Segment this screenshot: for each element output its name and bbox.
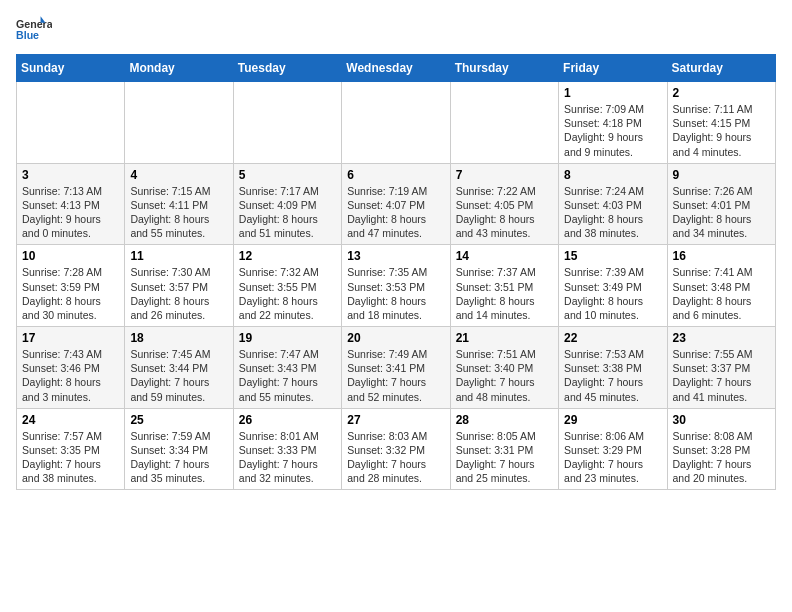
day-info: Sunrise: 7:22 AM Sunset: 4:05 PM Dayligh… [456, 184, 553, 241]
weekday-header-saturday: Saturday [667, 55, 775, 82]
calendar-cell: 15Sunrise: 7:39 AM Sunset: 3:49 PM Dayli… [559, 245, 667, 327]
day-info: Sunrise: 7:24 AM Sunset: 4:03 PM Dayligh… [564, 184, 661, 241]
day-info: Sunrise: 8:08 AM Sunset: 3:28 PM Dayligh… [673, 429, 770, 486]
day-number: 28 [456, 413, 553, 427]
day-info: Sunrise: 7:09 AM Sunset: 4:18 PM Dayligh… [564, 102, 661, 159]
calendar-cell: 14Sunrise: 7:37 AM Sunset: 3:51 PM Dayli… [450, 245, 558, 327]
page-header: GeneralBlue [16, 16, 776, 46]
calendar-cell: 2Sunrise: 7:11 AM Sunset: 4:15 PM Daylig… [667, 82, 775, 164]
svg-text:General: General [16, 18, 52, 30]
calendar-cell: 28Sunrise: 8:05 AM Sunset: 3:31 PM Dayli… [450, 408, 558, 490]
day-info: Sunrise: 7:32 AM Sunset: 3:55 PM Dayligh… [239, 265, 336, 322]
day-info: Sunrise: 7:43 AM Sunset: 3:46 PM Dayligh… [22, 347, 119, 404]
day-number: 20 [347, 331, 444, 345]
day-info: Sunrise: 7:41 AM Sunset: 3:48 PM Dayligh… [673, 265, 770, 322]
day-info: Sunrise: 7:53 AM Sunset: 3:38 PM Dayligh… [564, 347, 661, 404]
day-info: Sunrise: 7:17 AM Sunset: 4:09 PM Dayligh… [239, 184, 336, 241]
day-info: Sunrise: 7:59 AM Sunset: 3:34 PM Dayligh… [130, 429, 227, 486]
day-info: Sunrise: 7:45 AM Sunset: 3:44 PM Dayligh… [130, 347, 227, 404]
day-number: 19 [239, 331, 336, 345]
calendar-cell: 20Sunrise: 7:49 AM Sunset: 3:41 PM Dayli… [342, 327, 450, 409]
day-number: 17 [22, 331, 119, 345]
calendar-cell: 29Sunrise: 8:06 AM Sunset: 3:29 PM Dayli… [559, 408, 667, 490]
logo-icon: GeneralBlue [16, 16, 52, 46]
day-number: 30 [673, 413, 770, 427]
calendar-cell: 25Sunrise: 7:59 AM Sunset: 3:34 PM Dayli… [125, 408, 233, 490]
day-info: Sunrise: 7:26 AM Sunset: 4:01 PM Dayligh… [673, 184, 770, 241]
calendar-cell: 5Sunrise: 7:17 AM Sunset: 4:09 PM Daylig… [233, 163, 341, 245]
calendar-cell [342, 82, 450, 164]
day-info: Sunrise: 7:15 AM Sunset: 4:11 PM Dayligh… [130, 184, 227, 241]
calendar-cell: 30Sunrise: 8:08 AM Sunset: 3:28 PM Dayli… [667, 408, 775, 490]
calendar-cell: 21Sunrise: 7:51 AM Sunset: 3:40 PM Dayli… [450, 327, 558, 409]
calendar-week-row: 3Sunrise: 7:13 AM Sunset: 4:13 PM Daylig… [17, 163, 776, 245]
day-info: Sunrise: 7:13 AM Sunset: 4:13 PM Dayligh… [22, 184, 119, 241]
weekday-header-friday: Friday [559, 55, 667, 82]
svg-text:Blue: Blue [16, 29, 39, 41]
day-number: 29 [564, 413, 661, 427]
calendar-week-row: 17Sunrise: 7:43 AM Sunset: 3:46 PM Dayli… [17, 327, 776, 409]
day-number: 10 [22, 249, 119, 263]
weekday-header-tuesday: Tuesday [233, 55, 341, 82]
day-info: Sunrise: 7:39 AM Sunset: 3:49 PM Dayligh… [564, 265, 661, 322]
day-number: 8 [564, 168, 661, 182]
calendar-cell: 10Sunrise: 7:28 AM Sunset: 3:59 PM Dayli… [17, 245, 125, 327]
calendar-cell [17, 82, 125, 164]
logo: GeneralBlue [16, 16, 52, 46]
calendar-header-row: SundayMondayTuesdayWednesdayThursdayFrid… [17, 55, 776, 82]
day-info: Sunrise: 7:28 AM Sunset: 3:59 PM Dayligh… [22, 265, 119, 322]
weekday-header-sunday: Sunday [17, 55, 125, 82]
day-number: 14 [456, 249, 553, 263]
day-number: 15 [564, 249, 661, 263]
day-number: 1 [564, 86, 661, 100]
day-number: 18 [130, 331, 227, 345]
calendar-cell: 12Sunrise: 7:32 AM Sunset: 3:55 PM Dayli… [233, 245, 341, 327]
calendar-cell: 13Sunrise: 7:35 AM Sunset: 3:53 PM Dayli… [342, 245, 450, 327]
day-number: 25 [130, 413, 227, 427]
day-info: Sunrise: 7:47 AM Sunset: 3:43 PM Dayligh… [239, 347, 336, 404]
day-number: 23 [673, 331, 770, 345]
weekday-header-thursday: Thursday [450, 55, 558, 82]
day-number: 13 [347, 249, 444, 263]
day-number: 11 [130, 249, 227, 263]
day-info: Sunrise: 8:01 AM Sunset: 3:33 PM Dayligh… [239, 429, 336, 486]
calendar-cell [450, 82, 558, 164]
day-info: Sunrise: 8:06 AM Sunset: 3:29 PM Dayligh… [564, 429, 661, 486]
day-number: 12 [239, 249, 336, 263]
day-info: Sunrise: 7:57 AM Sunset: 3:35 PM Dayligh… [22, 429, 119, 486]
day-number: 27 [347, 413, 444, 427]
day-info: Sunrise: 7:49 AM Sunset: 3:41 PM Dayligh… [347, 347, 444, 404]
calendar-cell: 8Sunrise: 7:24 AM Sunset: 4:03 PM Daylig… [559, 163, 667, 245]
calendar-cell [233, 82, 341, 164]
calendar-cell: 23Sunrise: 7:55 AM Sunset: 3:37 PM Dayli… [667, 327, 775, 409]
day-number: 3 [22, 168, 119, 182]
day-number: 5 [239, 168, 336, 182]
weekday-header-monday: Monday [125, 55, 233, 82]
calendar-cell: 11Sunrise: 7:30 AM Sunset: 3:57 PM Dayli… [125, 245, 233, 327]
calendar-week-row: 24Sunrise: 7:57 AM Sunset: 3:35 PM Dayli… [17, 408, 776, 490]
day-info: Sunrise: 8:05 AM Sunset: 3:31 PM Dayligh… [456, 429, 553, 486]
day-number: 24 [22, 413, 119, 427]
day-number: 9 [673, 168, 770, 182]
calendar-table: SundayMondayTuesdayWednesdayThursdayFrid… [16, 54, 776, 490]
day-number: 26 [239, 413, 336, 427]
day-info: Sunrise: 7:51 AM Sunset: 3:40 PM Dayligh… [456, 347, 553, 404]
calendar-cell: 26Sunrise: 8:01 AM Sunset: 3:33 PM Dayli… [233, 408, 341, 490]
day-info: Sunrise: 7:55 AM Sunset: 3:37 PM Dayligh… [673, 347, 770, 404]
day-info: Sunrise: 8:03 AM Sunset: 3:32 PM Dayligh… [347, 429, 444, 486]
day-info: Sunrise: 7:30 AM Sunset: 3:57 PM Dayligh… [130, 265, 227, 322]
calendar-cell: 16Sunrise: 7:41 AM Sunset: 3:48 PM Dayli… [667, 245, 775, 327]
day-number: 7 [456, 168, 553, 182]
calendar-week-row: 10Sunrise: 7:28 AM Sunset: 3:59 PM Dayli… [17, 245, 776, 327]
calendar-cell: 19Sunrise: 7:47 AM Sunset: 3:43 PM Dayli… [233, 327, 341, 409]
calendar-cell [125, 82, 233, 164]
day-number: 4 [130, 168, 227, 182]
calendar-cell: 7Sunrise: 7:22 AM Sunset: 4:05 PM Daylig… [450, 163, 558, 245]
day-number: 2 [673, 86, 770, 100]
calendar-cell: 6Sunrise: 7:19 AM Sunset: 4:07 PM Daylig… [342, 163, 450, 245]
day-info: Sunrise: 7:35 AM Sunset: 3:53 PM Dayligh… [347, 265, 444, 322]
day-number: 6 [347, 168, 444, 182]
day-info: Sunrise: 7:19 AM Sunset: 4:07 PM Dayligh… [347, 184, 444, 241]
calendar-cell: 4Sunrise: 7:15 AM Sunset: 4:11 PM Daylig… [125, 163, 233, 245]
calendar-cell: 22Sunrise: 7:53 AM Sunset: 3:38 PM Dayli… [559, 327, 667, 409]
